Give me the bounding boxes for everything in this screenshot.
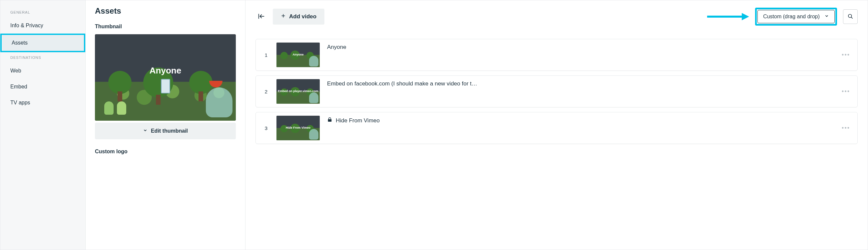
add-video-button[interactable]: Add video xyxy=(273,9,324,25)
video-thumb-caption: Anyone xyxy=(292,53,304,56)
video-row[interactable]: 1 Anyone Anyone ••• xyxy=(255,39,858,71)
ellipsis-icon: ••• xyxy=(842,51,850,58)
lock-icon xyxy=(327,117,333,124)
video-thumbnail: Anyone xyxy=(276,42,320,67)
search-button[interactable] xyxy=(843,9,858,24)
sort-highlight: Custom (drag and drop) xyxy=(755,8,837,26)
video-thumbnail: Hide From Vimeo xyxy=(276,116,320,140)
video-title: Embed on facebook.com (I should make a n… xyxy=(327,79,834,87)
video-toolbar: Add video Custom (drag and drop) xyxy=(255,8,858,26)
page-title: Assets xyxy=(95,6,236,15)
sort-order-label: Custom (drag and drop) xyxy=(763,14,820,20)
video-row[interactable]: 2 Embed on player.vimeo.com Embed on fac… xyxy=(255,75,858,107)
video-row[interactable]: 3 Hide From Vimeo Hide From Vimeo ••• xyxy=(255,112,858,144)
assets-panel: Assets Thumbnail Anyone Edit thumbnail C… xyxy=(86,0,246,250)
more-options-button[interactable]: ••• xyxy=(842,125,850,132)
video-title: Hide From Vimeo xyxy=(327,116,834,124)
thumbnail-preview[interactable]: Anyone xyxy=(95,34,236,121)
chevron-down-icon xyxy=(143,128,148,134)
sidebar-item-info-privacy[interactable]: Info & Privacy xyxy=(0,17,85,34)
more-options-button[interactable]: ••• xyxy=(842,51,850,59)
ellipsis-icon: ••• xyxy=(842,125,850,131)
svg-point-6 xyxy=(848,14,852,17)
svg-line-7 xyxy=(851,17,853,18)
ellipsis-icon: ••• xyxy=(842,88,850,95)
collapse-panel-button[interactable] xyxy=(255,11,267,23)
search-icon xyxy=(847,13,854,20)
video-title: Anyone xyxy=(327,42,834,50)
annotation-arrow xyxy=(706,12,749,22)
sidebar-item-tv-apps[interactable]: TV apps xyxy=(0,95,85,111)
edit-thumbnail-button[interactable]: Edit thumbnail xyxy=(95,123,236,139)
sidebar-section-general: GENERAL xyxy=(0,7,85,17)
plus-icon xyxy=(281,13,286,20)
video-row-index: 1 xyxy=(263,52,269,58)
sidebar-section-destinations: DESTINATIONS xyxy=(0,52,85,63)
custom-logo-section-label: Custom logo xyxy=(95,149,236,154)
more-options-button[interactable]: ••• xyxy=(842,88,850,95)
edit-thumbnail-label: Edit thumbnail xyxy=(151,128,188,134)
video-list-panel: Add video Custom (drag and drop) xyxy=(246,0,868,250)
chevron-down-icon xyxy=(825,14,829,20)
sidebar-item-web[interactable]: Web xyxy=(0,63,85,79)
sort-order-select[interactable]: Custom (drag and drop) xyxy=(757,10,835,23)
video-thumbnail: Embed on player.vimeo.com xyxy=(276,79,320,104)
video-row-index: 3 xyxy=(263,125,269,131)
thumbnail-overlay-text: Anyone xyxy=(150,66,181,76)
video-row-index: 2 xyxy=(263,89,269,95)
thumbnail-section-label: Thumbnail xyxy=(95,24,236,30)
add-video-label: Add video xyxy=(289,13,316,20)
sidebar-item-assets[interactable]: Assets xyxy=(0,34,85,52)
collapse-icon xyxy=(265,13,265,13)
sidebar: GENERAL Info & Privacy Assets DESTINATIO… xyxy=(0,0,86,250)
svg-marker-5 xyxy=(742,13,749,20)
video-thumb-caption: Hide From Vimeo xyxy=(286,126,310,129)
app-root: GENERAL Info & Privacy Assets DESTINATIO… xyxy=(0,0,868,250)
video-thumb-caption: Embed on player.vimeo.com xyxy=(278,90,318,93)
sidebar-item-embed[interactable]: Embed xyxy=(0,79,85,95)
